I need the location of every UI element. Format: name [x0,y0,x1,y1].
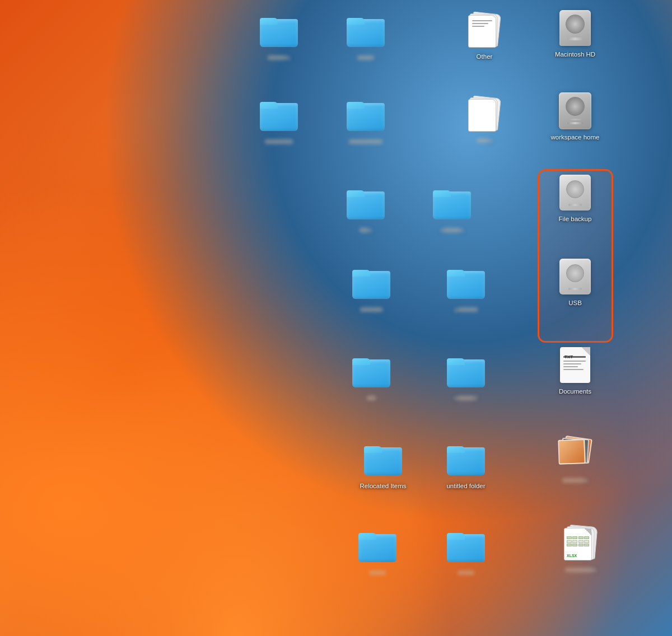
stacked-docs-2-label: ts [477,137,493,145]
folder-3-label [265,138,293,146]
folder-6-label: ss [440,226,464,235]
folder-7-label [360,306,382,314]
folder-11-icon [357,526,398,567]
other-label: Other [477,53,493,61]
folder-4-icon [346,95,386,135]
macintosh-hd-icon [555,8,595,48]
folder-6-icon [432,184,472,224]
desktop-icons-container: ls i Other [0,0,672,636]
folder-4-label [349,138,382,146]
workspace-home-label: workspace home [551,133,600,142]
folder-12-icon [446,526,486,567]
stacked-docs-2-icon [464,94,505,134]
folder-2-icon [346,11,386,52]
folder-12-label [458,569,474,577]
folder-9-label [367,394,376,403]
documents-label: Documents [559,387,591,396]
usb[interactable]: USB [550,256,600,307]
folder-1-label: ls [268,54,290,62]
folder-6[interactable]: ss [427,184,477,235]
other-icon [464,10,505,50]
workspace-home-icon [555,91,595,131]
folder-1-icon [259,11,299,52]
folder-12[interactable] [441,526,491,577]
folder-8-icon [446,263,486,303]
file-backup-icon [555,172,595,213]
xlsx-doc-icon: XLSX [561,523,601,564]
usb-label: USB [568,299,582,307]
untitled-folder-label: untitled folder [446,482,485,490]
folder-5-icon [346,184,386,224]
photos-stack-icon [555,434,595,474]
folder-8[interactable]: p [441,263,491,314]
untitled-folder[interactable]: untitled folder [441,439,491,490]
file-backup-label: File backup [559,215,592,223]
relocated-items-label: Relocated Items [360,482,406,490]
documents-icon: TXT [555,345,595,385]
usb-icon [555,256,595,297]
folder-5[interactable]: s [340,184,391,235]
xlsx-doc[interactable]: XLSX s [550,523,612,574]
folder-2-label: i [357,54,375,62]
folder-10-label: s2 [454,394,478,403]
other-item[interactable]: Other [459,10,510,61]
relocated-items-icon [363,439,403,480]
folder-7-icon [351,263,391,303]
relocated-items[interactable]: Relocated Items [352,439,414,490]
folder-3[interactable] [254,95,304,146]
folder-9-icon [351,352,391,392]
workspace-home[interactable]: workspace home [550,91,600,142]
photos-stack[interactable]: s [550,434,600,485]
folder-2[interactable]: i [340,11,391,62]
documents[interactable]: TXT Documents [550,345,600,396]
xlsx-doc-label: s [565,566,596,574]
untitled-folder-icon [446,439,486,480]
folder-3-icon [259,95,299,135]
folder-8-label: p [454,306,477,314]
folder-10-icon [446,352,486,392]
folder-7[interactable] [346,263,396,314]
stacked-docs-2[interactable]: ts [459,94,510,145]
file-backup[interactable]: File backup [550,172,600,223]
folder-9[interactable] [346,352,396,403]
folder-1[interactable]: ls [254,11,304,62]
folder-11-label [369,569,386,577]
macintosh-hd-label: Macintosh HD [555,50,595,59]
folder-5-label: s [360,226,372,235]
macintosh-hd[interactable]: Macintosh HD [550,8,600,59]
folder-4[interactable] [340,95,391,146]
folder-11[interactable] [352,526,403,577]
photos-stack-label: s [562,476,588,485]
folder-10[interactable]: s2 [441,352,491,403]
